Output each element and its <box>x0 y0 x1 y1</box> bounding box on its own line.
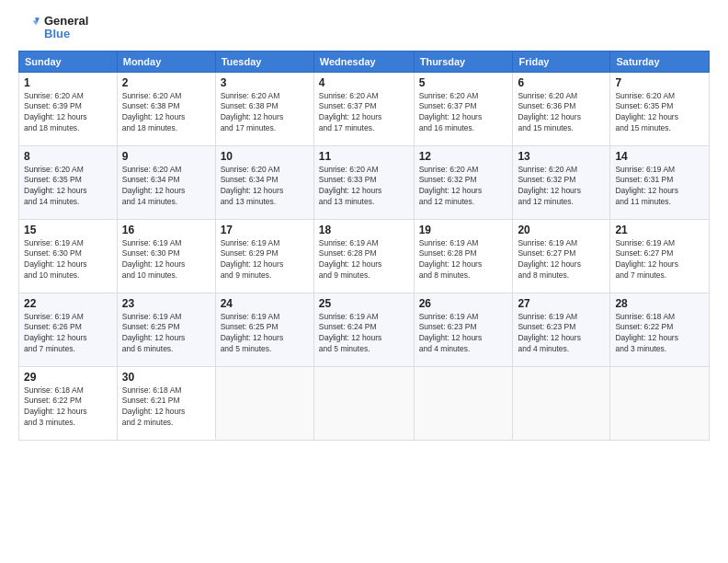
day-number: 23 <box>122 297 210 310</box>
day-number: 28 <box>615 297 704 310</box>
day-number: 26 <box>419 297 508 310</box>
day-info: Sunrise: 6:19 AMSunset: 6:25 PMDaylight:… <box>221 312 284 354</box>
logo-text: GeneralBlue <box>44 15 88 41</box>
day-number: 13 <box>518 150 605 163</box>
day-info: Sunrise: 6:20 AMSunset: 6:39 PMDaylight:… <box>24 91 87 133</box>
day-number: 19 <box>419 224 508 236</box>
day-number: 20 <box>518 224 605 236</box>
table-row: 14Sunrise: 6:19 AMSunset: 6:31 PMDayligh… <box>610 145 710 219</box>
day-number: 7 <box>615 76 704 89</box>
day-info: Sunrise: 6:20 AMSunset: 6:34 PMDaylight:… <box>122 165 186 207</box>
day-number: 24 <box>221 297 309 310</box>
table-row: 22Sunrise: 6:19 AMSunset: 6:26 PMDayligh… <box>19 293 118 366</box>
day-info: Sunrise: 6:18 AMSunset: 6:22 PMDaylight:… <box>615 312 678 354</box>
table-row: 16Sunrise: 6:19 AMSunset: 6:30 PMDayligh… <box>117 219 215 293</box>
day-info: Sunrise: 6:20 AMSunset: 6:35 PMDaylight:… <box>615 91 678 133</box>
day-number: 30 <box>122 371 210 384</box>
day-info: Sunrise: 6:19 AMSunset: 6:24 PMDaylight:… <box>319 312 382 354</box>
table-row: 26Sunrise: 6:19 AMSunset: 6:23 PMDayligh… <box>414 293 513 366</box>
logo: GeneralBlue <box>18 15 88 41</box>
day-info: Sunrise: 6:19 AMSunset: 6:30 PMDaylight:… <box>122 238 186 281</box>
table-row <box>513 366 610 440</box>
day-info: Sunrise: 6:19 AMSunset: 6:31 PMDaylight:… <box>615 165 678 207</box>
calendar-table: Sunday Monday Tuesday Wednesday Thursday… <box>18 51 710 441</box>
table-row: 25Sunrise: 6:19 AMSunset: 6:24 PMDayligh… <box>313 293 414 366</box>
table-row: 9Sunrise: 6:20 AMSunset: 6:34 PMDaylight… <box>117 145 215 219</box>
table-row <box>610 366 710 440</box>
col-sunday: Sunday <box>19 51 118 72</box>
day-number: 10 <box>221 150 309 163</box>
table-row: 29Sunrise: 6:18 AMSunset: 6:22 PMDayligh… <box>19 366 118 440</box>
logo-icon <box>18 17 40 39</box>
table-row: 19Sunrise: 6:19 AMSunset: 6:28 PMDayligh… <box>414 219 513 293</box>
table-row <box>313 366 414 440</box>
table-row: 24Sunrise: 6:19 AMSunset: 6:25 PMDayligh… <box>215 293 313 366</box>
table-row: 15Sunrise: 6:19 AMSunset: 6:30 PMDayligh… <box>19 219 118 293</box>
day-info: Sunrise: 6:18 AMSunset: 6:22 PMDaylight:… <box>24 385 87 428</box>
calendar-week-row: 29Sunrise: 6:18 AMSunset: 6:22 PMDayligh… <box>19 366 710 440</box>
day-info: Sunrise: 6:20 AMSunset: 6:37 PMDaylight:… <box>319 91 382 133</box>
table-row: 13Sunrise: 6:20 AMSunset: 6:32 PMDayligh… <box>513 145 610 219</box>
day-number: 6 <box>518 76 605 89</box>
day-number: 16 <box>122 224 210 236</box>
header: GeneralBlue <box>18 15 710 41</box>
day-info: Sunrise: 6:19 AMSunset: 6:29 PMDaylight:… <box>221 238 284 281</box>
day-info: Sunrise: 6:20 AMSunset: 6:35 PMDaylight:… <box>24 165 87 207</box>
calendar-week-row: 22Sunrise: 6:19 AMSunset: 6:26 PMDayligh… <box>19 293 710 366</box>
table-row: 6Sunrise: 6:20 AMSunset: 6:36 PMDaylight… <box>513 72 610 145</box>
day-info: Sunrise: 6:19 AMSunset: 6:23 PMDaylight:… <box>518 312 581 354</box>
day-info: Sunrise: 6:20 AMSunset: 6:34 PMDaylight:… <box>221 165 284 207</box>
page: GeneralBlue Sunday Monday Tuesday Wednes… <box>0 0 728 563</box>
day-info: Sunrise: 6:20 AMSunset: 6:32 PMDaylight:… <box>518 165 581 207</box>
calendar-week-row: 15Sunrise: 6:19 AMSunset: 6:30 PMDayligh… <box>19 219 710 293</box>
day-number: 4 <box>319 76 409 89</box>
table-row: 28Sunrise: 6:18 AMSunset: 6:22 PMDayligh… <box>610 293 710 366</box>
table-row: 20Sunrise: 6:19 AMSunset: 6:27 PMDayligh… <box>513 219 610 293</box>
table-row: 11Sunrise: 6:20 AMSunset: 6:33 PMDayligh… <box>313 145 414 219</box>
day-info: Sunrise: 6:19 AMSunset: 6:27 PMDaylight:… <box>615 238 678 281</box>
day-number: 27 <box>518 297 605 310</box>
day-number: 3 <box>221 76 309 89</box>
table-row: 2Sunrise: 6:20 AMSunset: 6:38 PMDaylight… <box>117 72 215 145</box>
col-tuesday: Tuesday <box>215 51 313 72</box>
day-info: Sunrise: 6:20 AMSunset: 6:36 PMDaylight:… <box>518 91 581 133</box>
table-row: 4Sunrise: 6:20 AMSunset: 6:37 PMDaylight… <box>313 72 414 145</box>
table-row: 10Sunrise: 6:20 AMSunset: 6:34 PMDayligh… <box>215 145 313 219</box>
day-number: 17 <box>221 224 309 236</box>
table-row: 1Sunrise: 6:20 AMSunset: 6:39 PMDaylight… <box>19 72 118 145</box>
col-friday: Friday <box>513 51 610 72</box>
day-number: 12 <box>419 150 508 163</box>
col-saturday: Saturday <box>610 51 710 72</box>
table-row: 7Sunrise: 6:20 AMSunset: 6:35 PMDaylight… <box>610 72 710 145</box>
day-info: Sunrise: 6:19 AMSunset: 6:23 PMDaylight:… <box>419 312 483 354</box>
day-number: 11 <box>319 150 409 163</box>
day-info: Sunrise: 6:19 AMSunset: 6:26 PMDaylight:… <box>24 312 87 354</box>
col-thursday: Thursday <box>414 51 513 72</box>
calendar-week-row: 1Sunrise: 6:20 AMSunset: 6:39 PMDaylight… <box>19 72 710 145</box>
day-info: Sunrise: 6:20 AMSunset: 6:32 PMDaylight:… <box>419 165 483 207</box>
table-row: 23Sunrise: 6:19 AMSunset: 6:25 PMDayligh… <box>117 293 215 366</box>
day-info: Sunrise: 6:20 AMSunset: 6:38 PMDaylight:… <box>122 91 186 133</box>
day-number: 2 <box>122 76 210 89</box>
table-row: 17Sunrise: 6:19 AMSunset: 6:29 PMDayligh… <box>215 219 313 293</box>
day-info: Sunrise: 6:19 AMSunset: 6:30 PMDaylight:… <box>24 238 87 281</box>
day-number: 21 <box>615 224 704 236</box>
day-number: 1 <box>24 76 112 89</box>
table-row: 3Sunrise: 6:20 AMSunset: 6:38 PMDaylight… <box>215 72 313 145</box>
day-info: Sunrise: 6:20 AMSunset: 6:37 PMDaylight:… <box>419 91 483 133</box>
day-info: Sunrise: 6:18 AMSunset: 6:21 PMDaylight:… <box>122 385 186 428</box>
table-row: 8Sunrise: 6:20 AMSunset: 6:35 PMDaylight… <box>19 145 118 219</box>
table-row <box>215 366 313 440</box>
table-row: 5Sunrise: 6:20 AMSunset: 6:37 PMDaylight… <box>414 72 513 145</box>
day-number: 14 <box>615 150 704 163</box>
col-monday: Monday <box>117 51 215 72</box>
day-info: Sunrise: 6:19 AMSunset: 6:25 PMDaylight:… <box>122 312 186 354</box>
table-row: 12Sunrise: 6:20 AMSunset: 6:32 PMDayligh… <box>414 145 513 219</box>
day-number: 5 <box>419 76 508 89</box>
day-number: 29 <box>24 371 112 384</box>
svg-marker-1 <box>33 20 39 26</box>
table-row: 27Sunrise: 6:19 AMSunset: 6:23 PMDayligh… <box>513 293 610 366</box>
col-wednesday: Wednesday <box>313 51 414 72</box>
day-info: Sunrise: 6:20 AMSunset: 6:33 PMDaylight:… <box>319 165 382 207</box>
day-number: 15 <box>24 224 112 236</box>
